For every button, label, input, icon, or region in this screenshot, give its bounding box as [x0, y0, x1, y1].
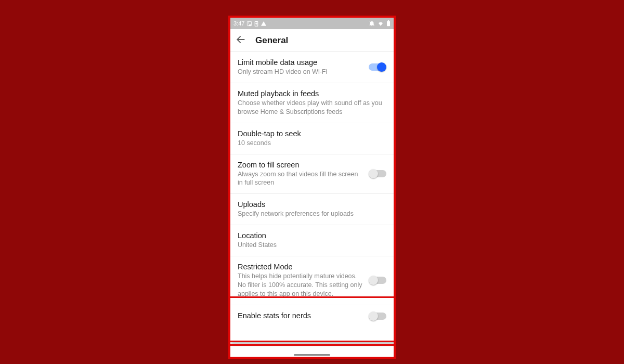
- image-icon: [246, 21, 252, 27]
- setting-restricted-mode[interactable]: Restricted Mode This helps hide potentia…: [230, 256, 394, 305]
- dnd-icon: [369, 20, 375, 27]
- svg-rect-3: [256, 21, 257, 21]
- svg-point-1: [249, 22, 250, 23]
- page-title: General: [255, 35, 288, 46]
- setting-title: Location: [238, 231, 386, 240]
- setting-subtitle: Only stream HD video on Wi-Fi: [238, 68, 363, 76]
- settings-list: Limit mobile data usage Only stream HD v…: [230, 52, 394, 327]
- toggle-stats-for-nerds[interactable]: [369, 313, 386, 320]
- setting-zoom-fill[interactable]: Zoom to fill screen Always zoom so that …: [230, 154, 394, 194]
- setting-title: Limit mobile data usage: [238, 58, 363, 67]
- battery-icon: [386, 20, 391, 27]
- setting-double-tap-seek[interactable]: Double-tap to seek 10 seconds: [230, 123, 394, 154]
- setting-muted-playback[interactable]: Muted playback in feeds Choose whether v…: [230, 83, 394, 123]
- setting-subtitle: Always zoom so that videos fill the scre…: [238, 170, 363, 188]
- status-bar: 3:47: [230, 18, 394, 29]
- setting-location[interactable]: Location United States: [230, 225, 394, 256]
- toggle-zoom-fill[interactable]: [369, 170, 386, 177]
- svg-rect-5: [387, 21, 390, 27]
- status-time: 3:47: [233, 20, 244, 27]
- setting-subtitle: Specify network preferences for uploads: [238, 210, 386, 218]
- setting-subtitle: 10 seconds: [238, 139, 386, 148]
- setting-title: Double-tap to seek: [238, 129, 386, 138]
- setting-title: Uploads: [238, 200, 386, 209]
- setting-subtitle: Choose whether videos play with sound of…: [238, 99, 386, 116]
- setting-subtitle: United States: [238, 241, 386, 250]
- back-button[interactable]: [236, 34, 246, 47]
- setting-title: Restricted Mode: [238, 263, 363, 271]
- toggle-limit-mobile-data[interactable]: [369, 63, 386, 71]
- setting-title: Zoom to fill screen: [238, 161, 363, 169]
- warning-icon: [261, 21, 267, 27]
- wifi-icon: [377, 21, 384, 27]
- highlight-stats-for-nerds: [229, 344, 395, 359]
- setting-uploads[interactable]: Uploads Specify network preferences for …: [230, 194, 394, 225]
- svg-rect-6: [388, 20, 389, 21]
- setting-subtitle: This helps hide potentially mature video…: [238, 272, 363, 298]
- setting-limit-mobile-data[interactable]: Limit mobile data usage Only stream HD v…: [230, 52, 394, 83]
- gesture-handle: [294, 354, 330, 356]
- setting-stats-for-nerds[interactable]: Enable stats for nerds: [230, 305, 394, 327]
- setting-title: Enable stats for nerds: [238, 311, 363, 320]
- setting-title: Muted playback in feeds: [238, 89, 386, 98]
- toggle-restricted-mode[interactable]: [369, 277, 386, 284]
- app-bar: General: [230, 29, 394, 52]
- phone-frame: 3:47 General: [228, 16, 396, 359]
- battery-saver-icon: [254, 21, 258, 27]
